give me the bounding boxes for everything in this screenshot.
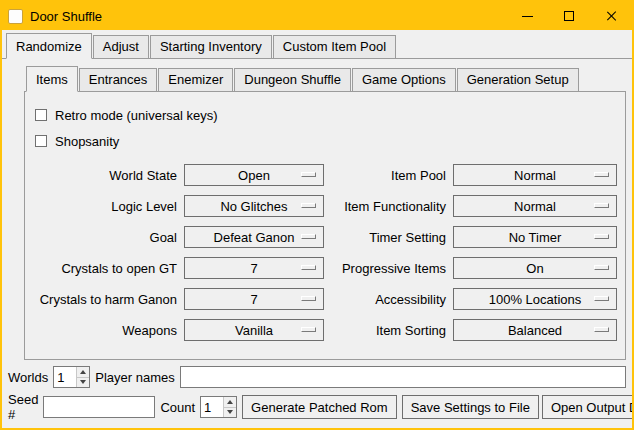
item-sorting-dropdown[interactable]: Balanced	[453, 319, 617, 341]
world-state-value: Open	[238, 168, 270, 183]
progressive-items-label: Progressive Items	[331, 261, 446, 276]
menu-indicator-icon	[301, 234, 316, 239]
tab-game-options[interactable]: Game Options	[352, 68, 456, 91]
tab-custom-item-pool[interactable]: Custom Item Pool	[273, 35, 396, 58]
weapons-label: Weapons	[33, 323, 177, 338]
close-icon	[605, 10, 617, 22]
accessibility-value: 100% Locations	[489, 292, 582, 307]
settings-grid: World State Open Item Pool Normal Logic …	[33, 164, 617, 341]
tab-generation-setup[interactable]: Generation Setup	[457, 68, 579, 91]
menu-indicator-icon	[594, 203, 609, 208]
tab-starting-inventory[interactable]: Starting Inventory	[150, 35, 272, 58]
shopsanity-checkbox[interactable]: Shopsanity	[35, 132, 617, 150]
retro-mode-checkbox[interactable]: Retro mode (universal keys)	[35, 106, 617, 124]
menu-indicator-icon	[301, 296, 316, 301]
spinner-up-icon[interactable]	[77, 367, 89, 377]
timer-setting-label: Timer Setting	[331, 230, 446, 245]
checkbox-box-icon	[35, 109, 47, 121]
timer-setting-value: No Timer	[509, 230, 562, 245]
item-functionality-dropdown[interactable]: Normal	[453, 195, 617, 217]
retro-mode-label: Retro mode (universal keys)	[55, 108, 218, 123]
spinner-down-icon[interactable]	[224, 407, 236, 418]
window-controls	[506, 2, 632, 30]
accessibility-dropdown[interactable]: 100% Locations	[453, 288, 617, 310]
count-spinner-arrows	[223, 397, 236, 417]
menu-indicator-icon	[594, 234, 609, 239]
goal-dropdown[interactable]: Defeat Ganon	[184, 226, 324, 248]
window-title: Door Shuffle	[30, 9, 102, 24]
worlds-input[interactable]	[54, 367, 76, 387]
tab-dungeon-shuffle[interactable]: Dungeon Shuffle	[234, 68, 351, 91]
item-pool-label: Item Pool	[331, 168, 446, 183]
menu-indicator-icon	[594, 265, 609, 270]
logic-level-dropdown[interactable]: No Glitches	[184, 195, 324, 217]
spinner-up-icon[interactable]	[224, 397, 236, 407]
close-button[interactable]	[590, 2, 632, 30]
logic-level-label: Logic Level	[33, 199, 177, 214]
count-label: Count	[160, 400, 195, 415]
tab-items[interactable]: Items	[26, 66, 78, 92]
bottom-right-buttons: Save Settings to File Open Output Direct…	[402, 395, 634, 419]
weapons-value: Vanilla	[235, 323, 273, 338]
crystals-open-gt-value: 7	[250, 261, 257, 276]
seed-input[interactable]	[43, 396, 155, 418]
menu-indicator-icon	[301, 327, 316, 332]
items-pane: Retro mode (universal keys) Shopsanity W…	[24, 91, 626, 360]
worlds-row: Worlds Player names	[4, 364, 630, 390]
crystals-harm-ganon-label: Crystals to harm Ganon	[33, 292, 177, 307]
worlds-spinner[interactable]	[53, 366, 90, 388]
menu-indicator-icon	[301, 265, 316, 270]
minimize-button[interactable]	[506, 2, 548, 30]
app-icon	[8, 9, 23, 24]
progressive-items-value: On	[526, 261, 543, 276]
titlebar[interactable]: Door Shuffle	[2, 2, 632, 30]
count-input[interactable]	[201, 397, 223, 417]
generate-patched-rom-button[interactable]: Generate Patched Rom	[242, 395, 397, 419]
item-sorting-label: Item Sorting	[331, 323, 446, 338]
item-sorting-value: Balanced	[508, 323, 562, 338]
item-pool-value: Normal	[514, 168, 556, 183]
tab-enemizer[interactable]: Enemizer	[158, 68, 233, 91]
player-names-label: Player names	[95, 370, 174, 385]
shopsanity-label: Shopsanity	[55, 134, 119, 149]
tab-randomize[interactable]: Randomize	[6, 33, 92, 59]
crystals-harm-ganon-dropdown[interactable]: 7	[184, 288, 324, 310]
crystals-open-gt-label: Crystals to open GT	[33, 261, 177, 276]
tab-adjust[interactable]: Adjust	[93, 35, 149, 58]
save-settings-button[interactable]: Save Settings to File	[402, 395, 539, 419]
crystals-open-gt-dropdown[interactable]: 7	[184, 257, 324, 279]
minimize-icon	[522, 16, 533, 17]
inner-tabbar: Items Entrances Enemizer Dungeon Shuffle…	[24, 63, 626, 91]
world-state-dropdown[interactable]: Open	[184, 164, 324, 186]
open-output-directory-button[interactable]: Open Output Directory	[542, 395, 634, 419]
spinner-down-icon[interactable]	[77, 377, 89, 388]
menu-indicator-icon	[301, 203, 316, 208]
worlds-spinner-arrows	[76, 367, 89, 387]
goal-label: Goal	[33, 230, 177, 245]
menu-indicator-icon	[594, 296, 609, 301]
world-state-label: World State	[33, 168, 177, 183]
weapons-dropdown[interactable]: Vanilla	[184, 319, 324, 341]
randomize-pane: Items Entrances Enemizer Dungeon Shuffle…	[2, 59, 632, 364]
bottom-controls: Worlds Player names Seed # Count	[2, 364, 632, 428]
maximize-button[interactable]	[548, 2, 590, 30]
tab-entrances[interactable]: Entrances	[79, 68, 158, 91]
count-spinner[interactable]	[200, 396, 237, 418]
logic-level-value: No Glitches	[220, 199, 287, 214]
menu-indicator-icon	[594, 327, 609, 332]
player-names-input[interactable]	[180, 366, 626, 388]
goal-value: Defeat Ganon	[214, 230, 295, 245]
checkbox-box-icon	[35, 135, 47, 147]
app-window: Door Shuffle Randomize Adjust Starting I…	[0, 0, 634, 430]
worlds-label: Worlds	[8, 370, 48, 385]
item-functionality-value: Normal	[514, 199, 556, 214]
accessibility-label: Accessibility	[331, 292, 446, 307]
timer-setting-dropdown[interactable]: No Timer	[453, 226, 617, 248]
menu-indicator-icon	[594, 172, 609, 177]
menu-indicator-icon	[301, 172, 316, 177]
item-pool-dropdown[interactable]: Normal	[453, 164, 617, 186]
progressive-items-dropdown[interactable]: On	[453, 257, 617, 279]
seed-label: Seed #	[8, 392, 38, 422]
crystals-harm-ganon-value: 7	[250, 292, 257, 307]
item-functionality-label: Item Functionality	[331, 199, 446, 214]
